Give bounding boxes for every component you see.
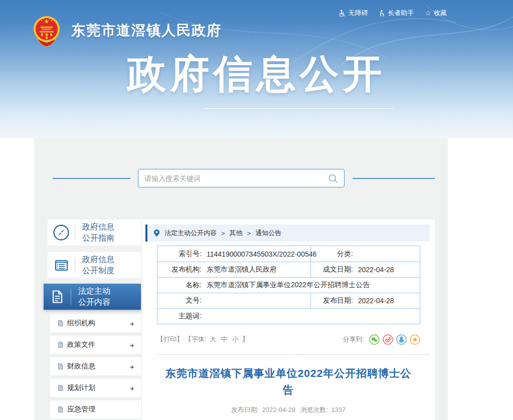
divider: [71, 289, 71, 305]
national-emblem-logo: [30, 14, 63, 47]
name-value: 东莞市道滘镇下属事业单位2022年公开招聘博士公告: [207, 281, 370, 290]
table-row: 主题词:: [157, 308, 420, 324]
elder-helper-label: 长者助手: [388, 9, 414, 18]
expand-plus-button[interactable]: +: [130, 362, 134, 371]
book-icon: [48, 255, 75, 275]
table-row: 文号: 发布日期: 2022-04-28: [157, 293, 420, 308]
index-number-label: 索引号:: [157, 250, 202, 259]
expand-plus-button[interactable]: +: [130, 341, 134, 349]
search-box: [138, 169, 345, 187]
name-label: 名称:: [157, 281, 202, 290]
sidebar-item-legal-disclosure-active[interactable]: 法定主动公开内容: [44, 284, 141, 310]
publish-date-label: 发布日期:: [231, 406, 259, 413]
publish-date-cell: 发布日期: 2022-04-28: [310, 293, 420, 308]
search-input[interactable]: [144, 174, 328, 182]
topbar: 无障碍 长者助手 ☆ 收藏: [338, 9, 447, 18]
print-font-controls: 【打印】 【字体: 大 中 小 】: [157, 335, 249, 344]
breadcrumb-item-notices[interactable]: 通知公告: [255, 229, 281, 238]
page-icon: [57, 341, 64, 348]
publisher-label: 发布机构:: [157, 265, 202, 274]
sidebar-item-label: 政府信息公开制度: [82, 254, 114, 276]
sidebar-sub-item-fiscal-info[interactable]: 财政信息 +: [50, 357, 141, 375]
sidebar-sub-item-policy-documents[interactable]: 政策文件 +: [50, 336, 141, 354]
keywords-label: 主题词:: [157, 312, 202, 321]
article-toolbar: 【打印】 【字体: 大 中 小 】 分享到:: [157, 334, 420, 345]
accessibility-link[interactable]: 无障碍: [338, 9, 368, 18]
sidebar-sub-item-organization[interactable]: 组织机构 +: [50, 314, 141, 332]
sidebar-item-label: 法定主动公开内容: [78, 286, 110, 308]
star-icon: ☆: [425, 10, 431, 17]
sub-item-label: 组织机构: [67, 319, 95, 328]
table-row: 发布机构: 东莞市道滘镇人民政府 成文日期: 2022-04-28: [157, 262, 420, 277]
favorite-label: 收藏: [434, 9, 447, 18]
font-size-prefix: 【字体:: [185, 335, 207, 343]
sidebar-item-gov-info-system[interactable]: 政府信息公开制度: [48, 252, 141, 278]
font-size-large-button[interactable]: 大: [210, 335, 216, 343]
written-date-cell: 成文日期: 2022-04-28: [310, 262, 420, 277]
document-icon: [44, 287, 71, 307]
keywords-cell: 主题词:: [157, 309, 420, 324]
expand-plus-button[interactable]: +: [130, 384, 134, 392]
publish-date-value: 2022-04-28: [358, 297, 394, 305]
written-date-label: 成文日期:: [311, 265, 353, 274]
sidebar-item-gov-info-guide[interactable]: 政府信息公开指南: [48, 220, 141, 246]
doc-number-label: 文号:: [157, 296, 202, 305]
category-label: 分类:: [311, 250, 353, 259]
expand-plus-button[interactable]: +: [130, 319, 134, 328]
table-row: 索引号: 11441900007345503X/2022-00546 分类:: [157, 246, 420, 262]
divider: [75, 257, 75, 273]
site-name: 东莞市道滘镇人民政府: [71, 21, 222, 40]
breadcrumb-item-legal-disclosure[interactable]: 法定主动公开内容: [164, 229, 217, 238]
accessibility-label: 无障碍: [348, 9, 368, 18]
doc-number-cell: 文号:: [157, 293, 310, 308]
qq-share-icon[interactable]: [396, 334, 407, 345]
page-icon: [57, 384, 64, 391]
sub-item-label: 应急管理: [67, 405, 95, 414]
index-number-cell: 索引号: 11441900007345503X/2022-00546: [157, 246, 310, 262]
wechat-share-icon[interactable]: [369, 334, 380, 345]
sub-item-label: 政策文件: [67, 340, 95, 349]
breadcrumb-separator: >: [221, 230, 225, 237]
table-row: 名称: 东莞市道滘镇下属事业单位2022年公开招聘博士公告: [157, 277, 420, 293]
page-icon: [57, 406, 64, 413]
search-icon[interactable]: [328, 173, 338, 183]
breadcrumb-item-other[interactable]: 其他: [230, 229, 243, 238]
article-title: 东莞市道滘镇下属事业单位2022年公开招聘博士公告: [163, 365, 414, 398]
banner: 无障碍 长者助手 ☆ 收藏: [0, 0, 513, 138]
sidebar-sub-item-emergency-management[interactable]: 应急管理: [50, 400, 141, 418]
weibo-share-icon[interactable]: [383, 334, 393, 345]
main-content-card: 法定主动公开内容 > 其他 > 通知公告 索引号: 11441900007345…: [142, 220, 435, 420]
elder-helper-link[interactable]: 长者助手: [379, 9, 414, 18]
sub-item-label: 财政信息: [67, 362, 95, 371]
font-size-medium-button[interactable]: 中: [221, 335, 228, 343]
name-cell: 名称: 东莞市道滘镇下属事业单位2022年公开招聘博士公告: [157, 278, 420, 293]
elder-helper-icon: [379, 10, 385, 17]
page-icon: [57, 363, 64, 370]
font-size-suffix: 】: [242, 335, 249, 343]
favorite-link[interactable]: ☆ 收藏: [425, 9, 447, 18]
font-size-small-button[interactable]: 小: [232, 335, 239, 343]
publisher-value: 东莞市道滘镇人民政府: [207, 265, 277, 274]
breadcrumb: 法定主动公开内容 > 其他 > 通知公告: [145, 225, 430, 242]
article-publish-info: 发布日期:2022-04-28 浏览次数:1337: [142, 405, 435, 414]
location-pin-icon: [153, 229, 160, 237]
site-logo-link[interactable]: 东莞市道滘镇人民政府: [30, 14, 222, 47]
banner-underline: [203, 108, 394, 109]
sidebar-sub-item-planning[interactable]: 规划计划 +: [50, 379, 141, 397]
share-label: 分享到:: [343, 335, 364, 344]
sub-item-label: 规划计划: [67, 383, 95, 392]
page-icon: [57, 320, 64, 327]
views-count: 1337: [331, 406, 346, 413]
category-cell: 分类:: [310, 246, 420, 262]
compass-icon: [48, 223, 75, 243]
page: 无障碍 长者助手 ☆ 收藏: [0, 0, 513, 420]
print-button[interactable]: 【打印】: [157, 335, 183, 343]
search-divider-right: [353, 178, 435, 179]
publish-date: 2022-04-28: [262, 406, 295, 413]
index-number-value: 11441900007345503X/2022-00546: [207, 250, 316, 258]
breadcrumb-separator: >: [247, 230, 251, 237]
share-controls: 分享到:: [343, 334, 420, 345]
content-wrapper: 政府信息公开指南 政府信息公开制度: [34, 138, 448, 420]
qzone-share-icon[interactable]: [410, 334, 420, 345]
publish-date-label: 发布日期:: [311, 296, 353, 305]
